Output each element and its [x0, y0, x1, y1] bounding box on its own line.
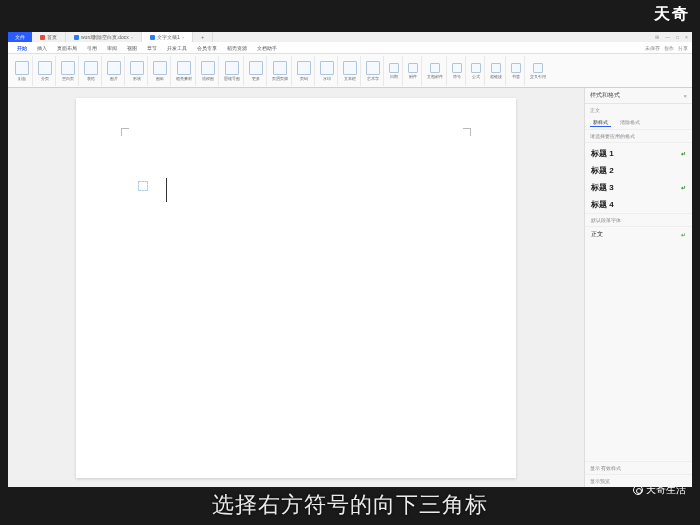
doc-icon	[150, 35, 155, 40]
tab-home[interactable]: 首页	[32, 32, 66, 42]
menu-assistant[interactable]: 文档助手	[252, 45, 282, 51]
ribbon: 封面 分页 空白页 表格 图片 形状 图标 稻壳素材 流程图 思维导图 更多 页…	[8, 54, 692, 88]
close-icon[interactable]: ×	[131, 35, 133, 40]
collab-button[interactable]: 협作	[664, 45, 674, 51]
ribbon-symbol[interactable]: 符号	[449, 56, 466, 86]
ribbon-crossref[interactable]: 交叉引用	[527, 56, 549, 86]
style-default-font[interactable]: 默认段落字体	[585, 213, 692, 226]
grid-icon[interactable]: ⊞	[655, 34, 659, 40]
tab-label: 文字文稿1	[157, 34, 180, 40]
document-area[interactable]	[8, 88, 584, 487]
menu-layout[interactable]: 页面布局	[52, 45, 82, 51]
anchor-icon	[138, 181, 148, 191]
workspace: 样式和格式 × 正文 新样式 清除格式 请选择要应用的格式 标题 1↵ 标题 2…	[8, 88, 692, 487]
style-normal[interactable]: 正文↵	[585, 226, 692, 242]
tab-doc2[interactable]: 文字文稿1 ×	[142, 32, 193, 42]
tab-label: 首页	[47, 34, 57, 40]
tab-doc1[interactable]: word删除空白页.docx ×	[66, 32, 142, 42]
menu-dev[interactable]: 开发工具	[162, 45, 192, 51]
app-icon	[40, 35, 45, 40]
current-style: 正文	[585, 104, 692, 116]
panel-spacer	[585, 244, 692, 461]
app-window: 文件 首页 word删除空白页.docx × 文字文稿1 × +	[8, 32, 692, 487]
panel-header: 样式和格式 ×	[585, 88, 692, 104]
new-tab-button[interactable]: +	[193, 32, 213, 42]
titlebar: 文件 首页 word删除空白页.docx × 文字文稿1 × +	[8, 32, 692, 42]
panel-title: 样式和格式	[590, 91, 620, 100]
check-icon: ↵	[681, 184, 686, 191]
ribbon-cover[interactable]: 封面	[12, 56, 33, 86]
check-icon: ↵	[681, 150, 686, 157]
style-list: 标题 1↵ 标题 2 标题 3↵ 标题 4 默认段落字体 正文↵	[585, 143, 692, 244]
panel-section-label: 请选择要应用的格式	[585, 130, 692, 143]
margin-corner-tr	[463, 128, 471, 136]
tab-label: word删除空白页.docx	[81, 34, 129, 40]
check-icon: ↵	[681, 231, 686, 238]
menu-home[interactable]: 开始	[12, 45, 32, 51]
ribbon-parts[interactable]: 文档部件	[424, 56, 447, 86]
doc-icon	[74, 35, 79, 40]
style-heading2[interactable]: 标题 2	[585, 162, 692, 179]
menu-right: 未保存 협作 分享	[645, 45, 688, 51]
panel-footer-show[interactable]: 显示 有效样式	[585, 461, 692, 474]
share-button[interactable]: 分享	[678, 45, 688, 51]
tab-clear-format[interactable]: 清除格式	[617, 118, 643, 127]
ribbon-blankpage[interactable]: 空白页	[58, 56, 79, 86]
maximize-icon[interactable]: □	[676, 34, 679, 40]
ribbon-attach[interactable]: 附件	[405, 56, 422, 86]
ribbon-picture[interactable]: 图片	[104, 56, 125, 86]
menu-view[interactable]: 视图	[122, 45, 142, 51]
menu-review[interactable]: 审阅	[102, 45, 122, 51]
ribbon-more[interactable]: 更多	[246, 56, 267, 86]
ribbon-date[interactable]: 日期	[386, 56, 403, 86]
ribbon-shapes[interactable]: 形状	[127, 56, 148, 86]
panel-tabs: 新样式 清除格式	[585, 116, 692, 130]
styles-panel: 样式和格式 × 正文 新样式 清除格式 请选择要应用的格式 标题 1↵ 标题 2…	[584, 88, 692, 487]
menu-references[interactable]: 引用	[82, 45, 102, 51]
menu-vip[interactable]: 会员专享	[192, 45, 222, 51]
ribbon-link[interactable]: 超链接	[487, 56, 506, 86]
menu-resources[interactable]: 稻壳资源	[222, 45, 252, 51]
ribbon-watermark[interactable]: 水印	[317, 56, 338, 86]
style-heading4[interactable]: 标题 4	[585, 196, 692, 213]
text-cursor	[166, 178, 167, 202]
ribbon-header[interactable]: 页眉页脚	[269, 56, 292, 86]
ribbon-equation[interactable]: 公式	[468, 56, 485, 86]
document-tabs: 首页 word删除空白页.docx × 文字文稿1 × +	[32, 32, 213, 42]
minimize-icon[interactable]: —	[665, 34, 670, 40]
window-controls: ⊞ — □ ×	[655, 34, 688, 40]
margin-corner-tl	[121, 128, 129, 136]
panel-close-icon[interactable]: ×	[683, 93, 687, 99]
video-subtitle: 选择右方符号的向下三角标	[0, 485, 700, 525]
save-status: 未保存	[645, 45, 660, 51]
ribbon-material[interactable]: 稻壳素材	[173, 56, 196, 86]
style-heading3[interactable]: 标题 3↵	[585, 179, 692, 196]
ribbon-wordart[interactable]: 艺术字	[363, 56, 384, 86]
close-window-icon[interactable]: ×	[685, 34, 688, 40]
ribbon-textbox[interactable]: 文本框	[340, 56, 361, 86]
style-heading1[interactable]: 标题 1↵	[585, 145, 692, 162]
ribbon-icons[interactable]: 图标	[150, 56, 171, 86]
ribbon-flowchart[interactable]: 流程图	[198, 56, 219, 86]
menu-sections[interactable]: 章节	[142, 45, 162, 51]
video-frame: 天奇 文件 首页 word删除空白页.docx × 文字文稿1 ×	[0, 0, 700, 525]
menu-insert[interactable]: 插入	[32, 45, 52, 51]
ribbon-bookmark[interactable]: 书签	[508, 56, 525, 86]
watermark-top: 天奇	[654, 4, 690, 25]
page[interactable]	[76, 98, 516, 478]
ribbon-pagenum[interactable]: 页码	[294, 56, 315, 86]
tab-new-style[interactable]: 新样式	[590, 118, 611, 127]
ribbon-mindmap[interactable]: 思维导图	[221, 56, 244, 86]
file-menu-button[interactable]: 文件	[8, 32, 32, 42]
ribbon-table[interactable]: 表格	[81, 56, 102, 86]
menubar: 开始 插入 页面布局 引用 审阅 视图 章节 开发工具 会员专享 稻壳资源 文档…	[8, 42, 692, 54]
close-icon[interactable]: ×	[182, 35, 184, 40]
ribbon-pagebreak[interactable]: 分页	[35, 56, 56, 86]
